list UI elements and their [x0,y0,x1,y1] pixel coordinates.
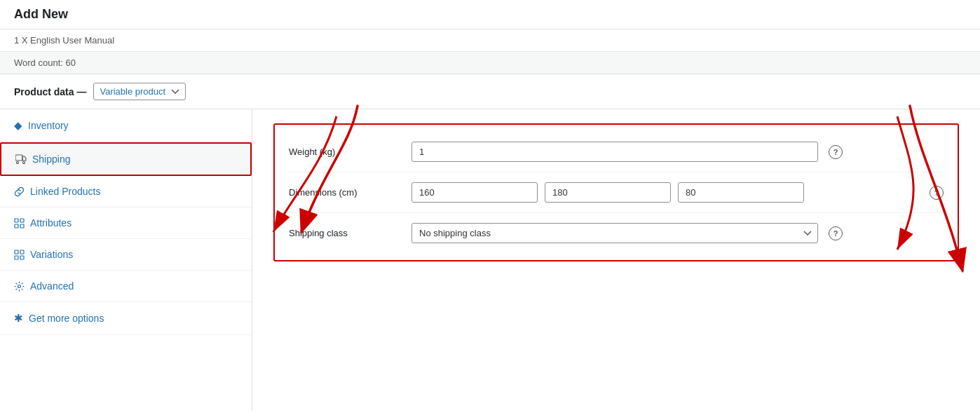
dimensions-label: Dimensions (cm) [289,187,401,198]
sidebar-label-advanced: Advanced [30,280,74,292]
diamond-icon: ◆ [14,119,22,132]
svg-rect-6 [20,224,24,228]
dimension-width-input[interactable] [545,182,671,203]
sidebar-label-attributes: Attributes [30,217,72,229]
sidebar-item-variations[interactable]: Variations [0,239,252,271]
weight-label: Weight (kg) [289,147,401,157]
shipping-content-box: Weight (kg) ? Dimensions (cm) ? [273,123,959,261]
truck-icon [15,154,27,164]
gear-icon [14,281,25,292]
weight-field-row: Weight (kg) ? [289,132,944,172]
dimensions-field-row: Dimensions (cm) ? [289,172,944,213]
sidebar-label-variations: Variations [30,249,73,260]
sidebar-item-inventory[interactable]: ◆ Inventory [0,109,252,142]
main-content: ◆ Inventory Shipping [0,109,980,411]
sidebar-item-shipping[interactable]: Shipping [0,142,252,176]
sidebar-item-attributes[interactable]: Attributes [0,208,252,239]
product-data-header: Product data — Variable product [0,74,980,109]
attributes-icon [14,218,25,229]
sidebar-label-linked-products: Linked Products [30,186,100,197]
page-wrapper: Add New 1 X English User Manual Word cou… [0,0,980,415]
page-title: Add New [14,7,68,21]
shipping-class-help-icon[interactable]: ? [829,226,843,240]
svg-rect-7 [15,250,18,254]
sidebar-label-get-more-options: Get more options [29,313,104,324]
word-count-label: Word count: 60 [14,57,76,68]
svg-point-1 [17,162,19,164]
sidebar-item-advanced[interactable]: Advanced [0,271,252,302]
breadcrumb-text: 1 X English User Manual [14,35,114,46]
svg-rect-5 [15,224,18,228]
star-icon: ✱ [14,312,23,325]
shipping-class-select[interactable]: No shipping class [411,223,818,243]
breadcrumb: 1 X English User Manual [0,29,980,52]
content-panel: Weight (kg) ? Dimensions (cm) ? [252,109,980,411]
dimensions-help-icon[interactable]: ? [930,186,944,200]
product-type-select[interactable]: Variable product [93,83,186,100]
sidebar-label-shipping: Shipping [32,154,71,165]
weight-input[interactable] [411,142,818,162]
sidebar: ◆ Inventory Shipping [0,109,252,411]
svg-rect-8 [20,250,24,254]
top-bar: Add New [0,0,980,29]
link-icon [14,186,25,197]
variations-icon [14,250,25,260]
svg-rect-0 [15,155,22,161]
svg-rect-10 [20,256,24,259]
word-count-bar: Word count: 60 [0,52,980,74]
dimensions-group [411,182,919,203]
sidebar-item-get-more-options[interactable]: ✱ Get more options [0,302,252,335]
svg-rect-4 [20,219,24,222]
svg-point-11 [18,285,21,287]
dimension-height-input[interactable] [678,182,804,203]
product-data-label: Product data — [14,86,86,97]
shipping-class-label: Shipping class [289,228,401,238]
dimension-length-input[interactable] [411,182,538,203]
sidebar-item-linked-products[interactable]: Linked Products [0,176,252,208]
shipping-class-field-row: Shipping class No shipping class ? [289,213,944,253]
svg-rect-3 [15,219,18,222]
sidebar-label-inventory: Inventory [28,120,69,131]
svg-point-2 [23,162,25,164]
svg-rect-9 [15,256,18,259]
weight-help-icon[interactable]: ? [829,145,843,159]
